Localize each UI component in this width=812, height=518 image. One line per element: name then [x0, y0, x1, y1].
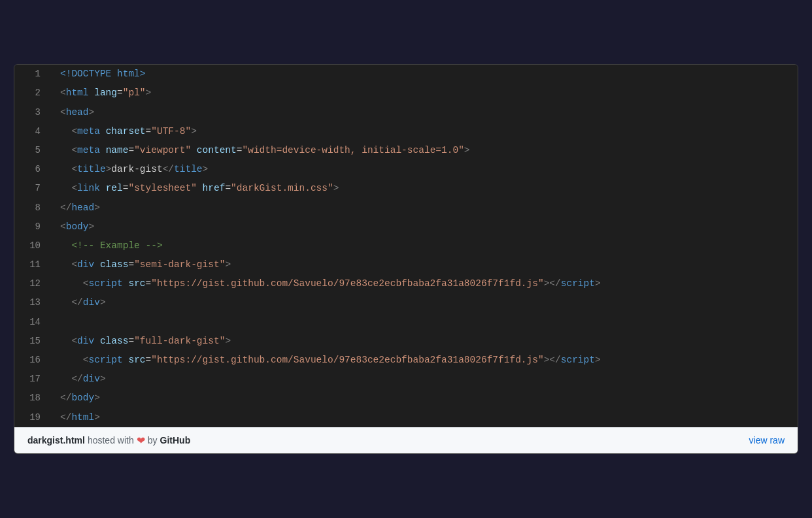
line-number: 6 — [14, 160, 54, 178]
line-number: 7 — [14, 179, 54, 197]
footer-by-text: by — [148, 435, 158, 445]
table-row: 19</html> — [14, 408, 798, 427]
line-code: <head> — [54, 103, 798, 122]
code-table: 1<!DOCTYPE html>2<html lang="pl">3<head>… — [14, 65, 798, 427]
line-number: 5 — [14, 141, 54, 159]
table-row: 18</body> — [14, 389, 798, 408]
table-row: 16 <script src="https://gist.github.com/… — [14, 351, 798, 370]
line-number: 8 — [14, 199, 54, 217]
line-number: 17 — [14, 370, 54, 388]
line-code: </head> — [54, 199, 798, 218]
footer-left: darkgist.html hosted with ❤ by GitHub — [27, 434, 190, 447]
line-code: <body> — [54, 218, 798, 236]
line-number: 13 — [14, 293, 54, 312]
line-code: <meta name="viewport" content="width=dev… — [54, 141, 798, 160]
line-code: <div class="full-dark-gist"> — [54, 332, 798, 351]
line-number: 14 — [14, 313, 54, 331]
line-number: 11 — [14, 255, 54, 274]
line-code: <meta charset="UTF-8"> — [54, 122, 798, 141]
table-row: 4 <meta charset="UTF-8"> — [14, 122, 798, 141]
line-code: </body> — [54, 389, 798, 408]
table-row: 7 <link rel="stylesheet" href="darkGist.… — [14, 179, 798, 198]
line-number: 2 — [14, 84, 54, 102]
table-row: 6 <title>dark-gist</title> — [14, 160, 798, 179]
line-number: 9 — [14, 218, 54, 236]
gist-container: 1<!DOCTYPE html>2<html lang="pl">3<head>… — [14, 64, 798, 454]
line-number: 10 — [14, 236, 54, 255]
line-code: <script src="https://gist.github.com/Sav… — [54, 274, 798, 293]
line-code: </div> — [54, 370, 798, 389]
line-code: <script src="https://gist.github.com/Sav… — [54, 351, 798, 370]
line-code: <!DOCTYPE html> — [54, 65, 798, 84]
table-row: 2<html lang="pl"> — [14, 84, 798, 103]
footer: darkgist.html hosted with ❤ by GitHub vi… — [14, 427, 798, 453]
line-code: </html> — [54, 408, 798, 427]
table-row: 9<body> — [14, 218, 798, 236]
line-code — [54, 313, 798, 332]
view-raw-link[interactable]: view raw — [749, 435, 785, 445]
line-number: 3 — [14, 103, 54, 121]
line-code: <div class="semi-dark-gist"> — [54, 255, 798, 274]
line-number: 15 — [14, 332, 54, 350]
table-row: 11 <div class="semi-dark-gist"> — [14, 255, 798, 274]
table-row: 5 <meta name="viewport" content="width=d… — [14, 141, 798, 160]
table-row: 15 <div class="full-dark-gist"> — [14, 332, 798, 351]
line-number: 16 — [14, 351, 54, 369]
table-row: 13 </div> — [14, 293, 798, 312]
table-row: 17 </div> — [14, 370, 798, 389]
table-row: 1<!DOCTYPE html> — [14, 65, 798, 84]
table-row: 14 — [14, 313, 798, 332]
line-code: <title>dark-gist</title> — [54, 160, 798, 179]
table-row: 8</head> — [14, 199, 798, 218]
line-code: <link rel="stylesheet" href="darkGist.mi… — [54, 179, 798, 198]
line-number: 19 — [14, 408, 54, 427]
code-area: 1<!DOCTYPE html>2<html lang="pl">3<head>… — [14, 65, 798, 427]
table-row: 12 <script src="https://gist.github.com/… — [14, 274, 798, 293]
table-row: 10 <!-- Example --> — [14, 236, 798, 255]
line-code: <html lang="pl"> — [54, 84, 798, 103]
line-number: 18 — [14, 389, 54, 407]
footer-filename: darkgist.html — [27, 435, 85, 445]
line-code: </div> — [54, 293, 798, 312]
footer-hosted-text: hosted with — [88, 435, 134, 445]
line-number: 1 — [14, 65, 54, 83]
line-number: 4 — [14, 122, 54, 140]
table-row: 3<head> — [14, 103, 798, 122]
line-code: <!-- Example --> — [54, 236, 798, 255]
footer-heart: ❤ — [137, 434, 145, 447]
line-number: 12 — [14, 274, 54, 293]
footer-github: GitHub — [160, 435, 191, 445]
